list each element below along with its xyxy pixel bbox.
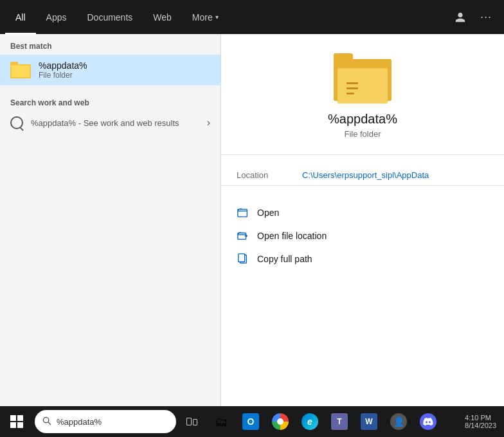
- tab-web[interactable]: Web: [143, 0, 182, 34]
- taskbar: %appdata% 🗂 O e T W 👤: [0, 406, 504, 437]
- system-clock[interactable]: 4:10 PM 8/14/2023: [460, 414, 501, 429]
- open-icon: [237, 206, 249, 219]
- edge-button[interactable]: e: [296, 407, 324, 436]
- person-icon: [455, 12, 466, 23]
- copy-icon: [237, 253, 249, 265]
- search-work-item[interactable]: %appdata% - See work and web results ›: [0, 111, 221, 134]
- top-navigation: All Apps Documents Web More ▾ ···: [0, 0, 504, 34]
- result-info: %appdata% File folder: [39, 60, 210, 80]
- file-explorer-icon: 🗂: [215, 415, 228, 429]
- copy-full-path-action[interactable]: Copy full path: [237, 247, 489, 271]
- tab-documents[interactable]: Documents: [76, 0, 143, 34]
- copy-full-path-label: Copy full path: [257, 254, 312, 264]
- outlook-icon: O: [242, 413, 259, 430]
- ellipsis-icon-button[interactable]: ···: [473, 4, 499, 30]
- teams-button[interactable]: T: [325, 407, 354, 436]
- start-button[interactable]: [3, 407, 31, 436]
- left-panel: Best match %appdata% File folder Search …: [0, 34, 221, 406]
- user-avatar-button[interactable]: 👤: [384, 407, 413, 436]
- svg-rect-3: [239, 254, 245, 262]
- tab-more[interactable]: More ▾: [182, 0, 229, 34]
- result-name: %appdata%: [39, 60, 210, 71]
- open-action[interactable]: Open: [237, 201, 489, 224]
- taskbar-search-text: %appdata%: [57, 417, 102, 427]
- folder-icon-large: [334, 53, 392, 102]
- edge-icon: e: [302, 413, 318, 430]
- open-file-location-label: Open file location: [257, 231, 327, 241]
- word-icon: W: [361, 413, 377, 430]
- taskbar-search-icon: [42, 416, 51, 427]
- outlook-button[interactable]: O: [237, 407, 265, 436]
- app-subtitle: File folder: [344, 129, 381, 139]
- svg-point-4: [43, 417, 48, 422]
- chrome-icon: [272, 413, 289, 430]
- task-view-icon: [186, 418, 197, 425]
- open-file-location-icon: [237, 229, 249, 242]
- open-file-location-action[interactable]: Open file location: [237, 224, 489, 247]
- divider: [221, 154, 504, 155]
- location-value[interactable]: C:\Users\erpsupport_sipl\AppData: [302, 170, 429, 180]
- file-explorer-button[interactable]: 🗂: [207, 407, 235, 436]
- divider-2: [221, 185, 504, 186]
- taskbar-search-box[interactable]: %appdata%: [35, 410, 176, 433]
- best-match-label: Best match: [0, 34, 221, 55]
- search-work-label: Search work and web: [0, 91, 221, 111]
- user-avatar-icon: 👤: [390, 413, 407, 430]
- actions-section: Open Open file location: [221, 196, 504, 276]
- teams-icon: T: [331, 413, 348, 430]
- location-row: Location C:\Users\erpsupport_sipl\AppDat…: [237, 165, 489, 185]
- location-label: Location: [237, 170, 294, 180]
- chevron-down-icon: ▾: [215, 13, 219, 21]
- word-button[interactable]: W: [355, 407, 383, 436]
- chrome-button[interactable]: [266, 407, 294, 436]
- chevron-right-icon: ›: [207, 117, 210, 129]
- person-icon-button[interactable]: [447, 4, 473, 30]
- folder-icon-small: [10, 60, 31, 80]
- app-title: %appdata%: [328, 112, 397, 127]
- system-time: 4:10 PM 8/14/2023: [465, 414, 496, 429]
- task-view-button[interactable]: [177, 407, 206, 436]
- main-content: Best match %appdata% File folder Search …: [0, 34, 504, 406]
- tab-all[interactable]: All: [5, 0, 36, 34]
- search-icon: [10, 116, 23, 129]
- best-match-item[interactable]: %appdata% File folder: [0, 55, 221, 85]
- result-sub: File folder: [39, 71, 210, 80]
- ellipsis-icon: ···: [480, 10, 492, 24]
- search-work-text: %appdata% - See work and web results: [31, 118, 199, 128]
- right-panel: %appdata% File folder Location C:\Users\…: [221, 34, 504, 406]
- discord-icon: [420, 413, 437, 430]
- tab-apps[interactable]: Apps: [36, 0, 77, 34]
- info-section: Location C:\Users\erpsupport_sipl\AppDat…: [221, 165, 504, 185]
- discord-button[interactable]: [414, 407, 442, 436]
- svg-rect-1: [238, 233, 246, 240]
- svg-rect-0: [238, 210, 247, 217]
- search-work-section: Search work and web %appdata% - See work…: [0, 85, 221, 139]
- open-label: Open: [257, 208, 279, 218]
